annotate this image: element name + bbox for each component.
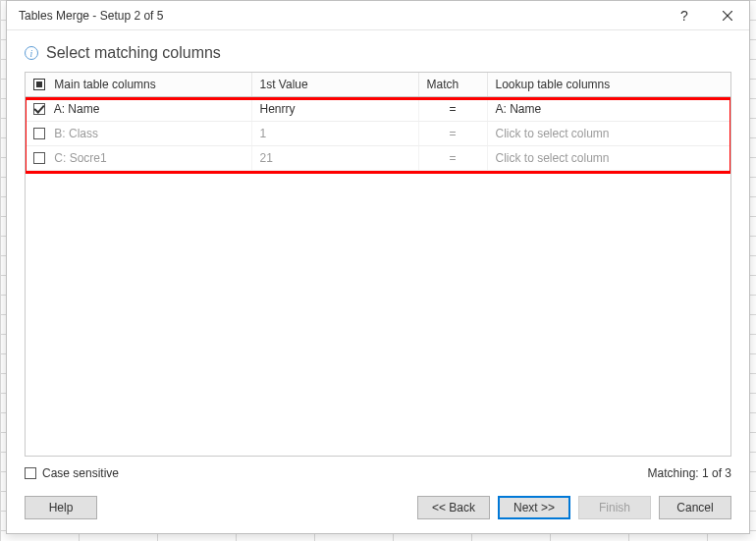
case-sensitive-label: Case sensitive — [42, 466, 119, 480]
row-checkbox[interactable] — [33, 128, 45, 139]
grid-header-row: Main table columns 1st Value Match Looku… — [26, 73, 730, 97]
table-row[interactable]: B: Class 1 = Click to select column — [26, 122, 730, 146]
table-row[interactable]: C: Socre1 21 = Click to select column — [26, 146, 730, 171]
button-row: Help << Back Next >> Finish Cancel — [7, 488, 749, 533]
help-button[interactable]: Help — [25, 496, 97, 519]
main-column-cell: A: Name — [54, 102, 100, 116]
page-heading: Select matching columns — [46, 44, 221, 62]
cancel-button[interactable]: Cancel — [659, 496, 731, 519]
row-checkbox[interactable] — [33, 103, 45, 115]
first-value-cell: 21 — [251, 146, 418, 171]
tables-merge-dialog: Tables Merge - Setup 2 of 5 ? i Select m… — [6, 0, 750, 534]
match-cell[interactable]: = — [418, 146, 487, 171]
header-first-value[interactable]: 1st Value — [251, 73, 418, 97]
info-icon: i — [25, 46, 38, 60]
titlebar-close-button[interactable] — [706, 1, 749, 30]
main-column-cell: C: Socre1 — [54, 151, 106, 165]
lookup-column-cell[interactable]: Click to select column — [487, 146, 730, 171]
options-row: Case sensitive Matching: 1 of 3 — [7, 457, 749, 488]
first-value-cell: Henrry — [251, 97, 418, 122]
case-sensitive-checkbox[interactable] — [25, 467, 36, 479]
select-all-checkbox[interactable] — [33, 79, 45, 90]
titlebar-help-button[interactable]: ? — [663, 1, 706, 30]
finish-button: Finish — [578, 496, 651, 519]
titlebar: Tables Merge - Setup 2 of 5 ? — [7, 1, 749, 30]
header-match-label: Match — [427, 78, 459, 91]
matching-status: Matching: 1 of 3 — [648, 466, 731, 480]
header-first-value-label: 1st Value — [260, 78, 308, 91]
table-row[interactable]: A: Name Henrry = A: Name — [26, 97, 730, 122]
header-lookup-label: Lookup table columns — [496, 78, 611, 91]
header-match[interactable]: Match — [418, 73, 487, 97]
next-button[interactable]: Next >> — [498, 496, 570, 519]
main-column-cell: B: Class — [54, 127, 98, 140]
dialog-header: i Select matching columns — [7, 30, 749, 72]
columns-grid: Main table columns 1st Value Match Looku… — [25, 72, 731, 457]
row-checkbox[interactable] — [33, 152, 45, 164]
first-value-cell: 1 — [251, 122, 418, 146]
header-main-columns[interactable]: Main table columns — [26, 73, 251, 97]
header-lookup-columns[interactable]: Lookup table columns — [487, 73, 730, 97]
back-button[interactable]: << Back — [417, 496, 490, 519]
header-main-label: Main table columns — [54, 78, 155, 91]
lookup-column-cell[interactable]: A: Name — [487, 97, 730, 122]
match-cell[interactable]: = — [418, 97, 487, 122]
close-icon — [723, 11, 732, 21]
match-cell[interactable]: = — [418, 122, 487, 146]
window-title: Tables Merge - Setup 2 of 5 — [19, 9, 663, 23]
lookup-column-cell[interactable]: Click to select column — [487, 122, 730, 146]
dialog-body: Main table columns 1st Value Match Looku… — [7, 72, 749, 457]
